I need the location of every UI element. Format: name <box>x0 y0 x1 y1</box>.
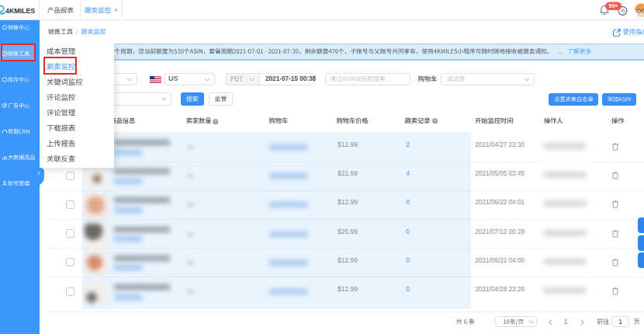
svg-text:?: ? <box>434 119 437 124</box>
svg-text:?: ? <box>213 119 216 124</box>
svg-text:99+: 99+ <box>609 3 618 9</box>
